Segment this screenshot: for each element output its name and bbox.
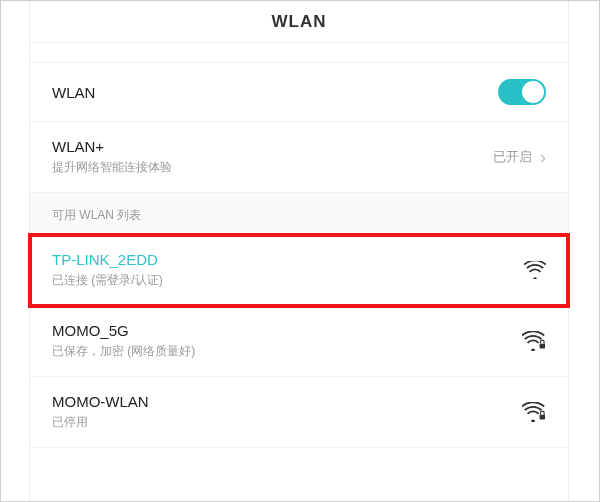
- available-networks-header: 可用 WLAN 列表: [30, 193, 568, 235]
- network-status: 已连接 (需登录/认证): [52, 272, 524, 289]
- network-ssid: TP-LINK_2EDD: [52, 251, 524, 268]
- wlan-toggle-switch[interactable]: [498, 79, 546, 105]
- spacer-row: [30, 43, 568, 63]
- network-row-tp-link[interactable]: TP-LINK_2EDD 已连接 (需登录/认证): [30, 235, 568, 306]
- page-title: WLAN: [30, 1, 568, 43]
- network-ssid: MOMO-WLAN: [52, 393, 522, 410]
- wifi-signal-icon: [524, 261, 546, 279]
- wlan-plus-status: 已开启: [493, 148, 532, 166]
- chevron-right-icon: ›: [540, 147, 546, 168]
- wifi-signal-locked-icon: [522, 331, 546, 351]
- network-status: 已停用: [52, 414, 522, 431]
- svg-rect-0: [540, 344, 546, 349]
- wifi-signal-locked-icon: [522, 402, 546, 422]
- wlan-plus-subtitle: 提升网络智能连接体验: [52, 159, 493, 176]
- wlan-plus-row[interactable]: WLAN+ 提升网络智能连接体验 已开启 ›: [30, 122, 568, 193]
- network-ssid: MOMO_5G: [52, 322, 522, 339]
- wlan-toggle-label: WLAN: [52, 84, 498, 101]
- svg-rect-1: [540, 415, 546, 420]
- wlan-plus-title: WLAN+: [52, 138, 493, 155]
- wlan-toggle-row[interactable]: WLAN: [30, 63, 568, 122]
- network-row-momo-5g[interactable]: MOMO_5G 已保存，加密 (网络质量好): [30, 306, 568, 377]
- network-status: 已保存，加密 (网络质量好): [52, 343, 522, 360]
- network-row-momo-wlan[interactable]: MOMO-WLAN 已停用: [30, 377, 568, 448]
